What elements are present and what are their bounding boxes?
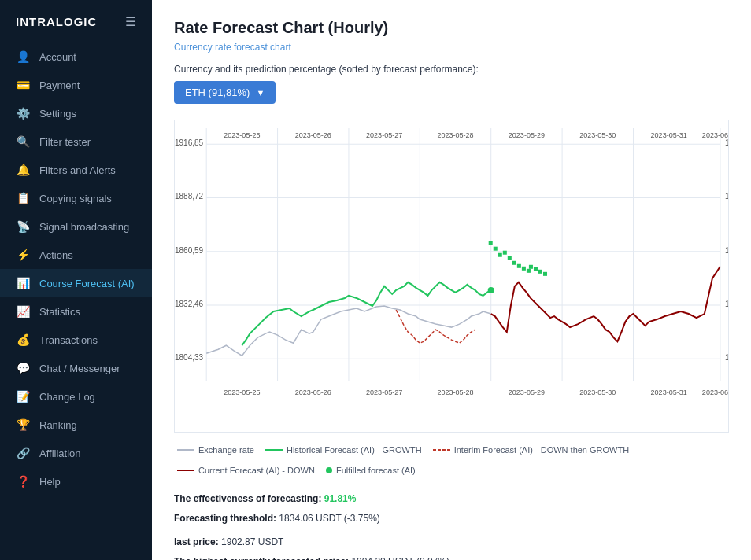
sidebar-item-filters-alerts[interactable]: 🔔 Filters and Alerts xyxy=(0,156,152,184)
svg-rect-51 xyxy=(538,270,542,274)
affiliation-label: Affiliation xyxy=(39,448,81,459)
signal-broadcasting-label: Signal broadcasting xyxy=(39,221,129,233)
sidebar-item-signal-broadcasting[interactable]: 📡 Signal broadcasting xyxy=(0,212,152,241)
sidebar: INTRALOGIC ☰ 👤 Account 💳 Payment ⚙️ Sett… xyxy=(0,0,152,560)
exchange-rate-label: Exchange rate xyxy=(198,445,254,455)
filters-alerts-icon: 🔔 xyxy=(16,164,30,176)
sidebar-item-course-forecast[interactable]: 📊 Course Forecast (AI) xyxy=(0,269,152,297)
sidebar-item-affiliation[interactable]: 🔗 Affiliation xyxy=(0,439,152,467)
svg-text:2023-05-30: 2023-05-30 xyxy=(579,389,616,396)
svg-text:2023-06-01: 2023-06-01 xyxy=(702,131,728,139)
svg-rect-44 xyxy=(508,256,512,260)
filters-alerts-label: Filters and Alerts xyxy=(39,164,116,176)
stats-section: The effectiveness of forecasting: 91.81%… xyxy=(174,489,729,560)
actions-label: Actions xyxy=(39,249,73,261)
chat-messenger-label: Chat / Messenger xyxy=(39,363,120,374)
svg-rect-45 xyxy=(512,261,516,265)
svg-text:2023-05-31: 2023-05-31 xyxy=(651,389,687,396)
course-forecast-label: Course Forecast (AI) xyxy=(39,278,135,289)
svg-rect-40 xyxy=(489,241,493,245)
highest-price-label: The highest currently forecasted price: xyxy=(174,556,349,560)
currency-label: Currency and its prediction percentage (… xyxy=(174,64,729,75)
payment-icon: 💳 xyxy=(16,79,30,91)
svg-point-53 xyxy=(488,287,494,293)
sidebar-item-change-log[interactable]: 📝 Change Log xyxy=(0,382,152,411)
svg-text:1888,72: 1888,72 xyxy=(175,192,204,201)
svg-text:1832,46: 1832,46 xyxy=(175,300,204,308)
logo-area: INTRALOGIC ☰ xyxy=(0,0,152,42)
sidebar-item-copying-signals[interactable]: 📋 Copying signals xyxy=(0,184,152,212)
help-icon: ❓ xyxy=(16,475,30,488)
svg-text:2023-05-29: 2023-05-29 xyxy=(509,389,545,396)
svg-text:2023-05-26: 2023-05-26 xyxy=(295,389,331,396)
svg-text:2023-05-30: 2023-05-30 xyxy=(579,131,616,139)
svg-text:1804,33: 1804,33 xyxy=(175,353,204,362)
main-content: Rate Forecast Chart (Hourly) Currency ra… xyxy=(152,0,751,560)
sidebar-item-chat-messenger[interactable]: 💬 Chat / Messenger xyxy=(0,354,152,382)
copying-signals-icon: 📋 xyxy=(16,192,30,204)
app-name: INTRALOGIC xyxy=(16,15,97,28)
sidebar-item-account[interactable]: 👤 Account xyxy=(0,42,152,71)
svg-rect-47 xyxy=(522,267,526,271)
signal-broadcasting-icon: 📡 xyxy=(16,220,30,233)
actions-icon: ⚡ xyxy=(16,249,30,261)
svg-rect-49 xyxy=(529,265,533,269)
effectiveness-value: 91.81% xyxy=(324,493,357,504)
chart-container: 1916,85 1888,72 1860,59 1832,46 1804,33 … xyxy=(174,120,729,433)
ranking-icon: 🏆 xyxy=(16,418,30,431)
last-price-value: 1902.87 USDT xyxy=(221,536,283,547)
svg-rect-48 xyxy=(527,269,531,273)
statistics-label: Statistics xyxy=(39,306,80,318)
settings-label: Settings xyxy=(39,108,76,120)
historical-forecast-line-icon xyxy=(265,449,283,451)
svg-text:2023-05-31: 2023-05-31 xyxy=(651,131,687,139)
page-title: Rate Forecast Chart (Hourly) xyxy=(174,19,729,37)
sidebar-item-ranking[interactable]: 🏆 Ranking xyxy=(0,411,152,439)
currency-dropdown[interactable]: ETH (91,81%) ▼ xyxy=(174,81,276,104)
svg-text:2023-06-01: 2023-06-01 xyxy=(702,389,728,396)
svg-rect-42 xyxy=(498,253,502,257)
legend-historical-forecast: Historical Forecast (AI) - GROWTH xyxy=(265,445,422,455)
last-price-label: last price: xyxy=(174,536,219,547)
fulfilled-forecast-dot-icon xyxy=(326,467,332,473)
last-price-row: last price: 1902.87 USDT xyxy=(174,532,729,551)
transactions-icon: 💰 xyxy=(16,333,30,346)
svg-text:2023-05-29: 2023-05-29 xyxy=(509,131,545,139)
sidebar-item-settings[interactable]: ⚙️ Settings xyxy=(0,99,152,127)
effectiveness-row: The effectiveness of forecasting: 91.81% xyxy=(174,489,729,508)
svg-text:1916,85: 1916,85 xyxy=(725,138,728,147)
interim-forecast-label: Interim Forecast (AI) - DOWN then GROWTH xyxy=(454,445,629,455)
svg-text:1860,59: 1860,59 xyxy=(175,246,204,255)
payment-label: Payment xyxy=(39,79,80,91)
sidebar-item-statistics[interactable]: 📈 Statistics xyxy=(0,297,152,326)
sidebar-item-actions[interactable]: ⚡ Actions xyxy=(0,241,152,269)
legend-current-forecast: Current Forecast (AI) - DOWN xyxy=(177,466,315,475)
current-forecast-label: Current Forecast (AI) - DOWN xyxy=(198,466,315,475)
historical-forecast-label: Historical Forecast (AI) - GROWTH xyxy=(287,445,422,455)
exchange-rate-line-icon xyxy=(177,449,194,451)
sidebar-item-transactions[interactable]: 💰 Transactions xyxy=(0,326,152,354)
dropdown-value: ETH (91,81%) xyxy=(185,87,250,98)
effectiveness-label: The effectiveness of forecasting: xyxy=(174,493,321,504)
svg-text:2023-05-28: 2023-05-28 xyxy=(437,389,473,396)
sidebar-item-help[interactable]: ❓ Help xyxy=(0,467,152,496)
hamburger-icon[interactable]: ☰ xyxy=(125,14,136,29)
change-log-icon: 📝 xyxy=(16,390,30,403)
sidebar-item-payment[interactable]: 💳 Payment xyxy=(0,71,152,99)
svg-text:2023-05-26: 2023-05-26 xyxy=(295,131,331,139)
svg-rect-52 xyxy=(543,272,547,276)
page-subtitle: Currency rate forecast chart xyxy=(174,42,729,53)
sidebar-item-filter-tester[interactable]: 🔍 Filter tester xyxy=(0,127,152,156)
svg-text:1916,85: 1916,85 xyxy=(175,138,204,147)
copying-signals-label: Copying signals xyxy=(39,193,112,204)
threshold-value: 1834.06 USDT (-3.75%) xyxy=(279,513,380,524)
chat-messenger-icon: 💬 xyxy=(16,362,30,374)
svg-text:2023-05-27: 2023-05-27 xyxy=(366,389,402,396)
svg-text:1888,72: 1888,72 xyxy=(725,192,728,201)
highest-price-value: 1904.20 USDT (0.07%) xyxy=(351,556,449,560)
filter-tester-icon: 🔍 xyxy=(16,135,30,148)
highest-price-row: The highest currently forecasted price: … xyxy=(174,552,729,560)
account-icon: 👤 xyxy=(16,50,30,63)
help-label: Help xyxy=(39,476,61,488)
svg-text:2023-05-25: 2023-05-25 xyxy=(224,131,260,139)
